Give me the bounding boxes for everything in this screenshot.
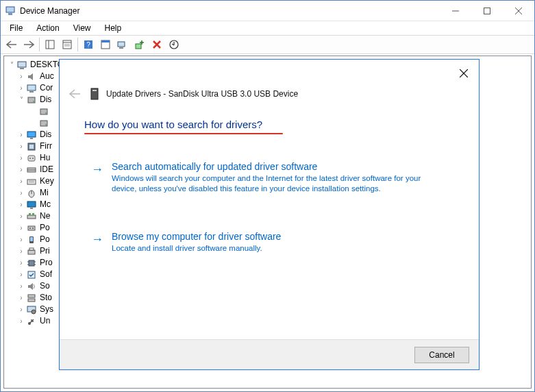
expander-closed-icon[interactable]: ›: [16, 187, 26, 199]
svg-rect-45: [30, 208, 33, 209]
toolbar-separator: [77, 38, 78, 51]
svg-rect-63: [28, 299, 35, 302]
dialog-close-button[interactable]: [457, 66, 471, 80]
toolbar-separator: [39, 38, 40, 51]
menu-action[interactable]: Action: [30, 22, 65, 34]
properties-button[interactable]: [59, 37, 75, 52]
firmware-icon: [26, 141, 37, 152]
hid-icon: [26, 153, 37, 164]
svg-point-50: [29, 228, 31, 229]
svg-text:?: ?: [86, 41, 90, 49]
expander-closed-icon[interactable]: ›: [16, 82, 26, 94]
option-browse-computer[interactable]: → Browse my computer for driver software…: [91, 231, 447, 254]
expander-closed-icon[interactable]: ›: [16, 304, 26, 315]
ide-icon: [26, 164, 37, 175]
svg-rect-0: [6, 7, 14, 12]
expander-closed-icon[interactable]: ›: [16, 269, 26, 280]
svg-rect-61: [28, 271, 35, 278]
computer-icon: [26, 83, 37, 94]
monitor-icon: [26, 199, 37, 210]
expander-closed-icon[interactable]: ›: [16, 280, 26, 292]
svg-point-36: [32, 158, 34, 159]
menu-view[interactable]: View: [67, 22, 97, 34]
expander-closed-icon[interactable]: ›: [16, 234, 26, 245]
help-button[interactable]: ?: [80, 37, 97, 52]
forward-button[interactable]: [21, 37, 37, 52]
show-hide-tree-button[interactable]: [42, 37, 58, 52]
svg-rect-55: [29, 248, 34, 250]
svg-rect-17: [119, 47, 123, 49]
expander-closed-icon[interactable]: ›: [16, 175, 26, 187]
window-title: Device Manager: [20, 6, 79, 16]
svg-rect-23: [29, 91, 34, 93]
maximize-button[interactable]: [471, 1, 503, 21]
tree-category-label: Auc: [40, 71, 54, 82]
action-button[interactable]: [97, 37, 114, 52]
expander-closed-icon[interactable]: ›: [16, 315, 26, 327]
arrow-right-icon: →: [91, 162, 103, 177]
expander-icon[interactable]: ˅: [7, 59, 16, 71]
menu-help[interactable]: Help: [99, 22, 128, 34]
app-icon: [5, 5, 16, 16]
expander-closed-icon[interactable]: ›: [16, 210, 26, 222]
disk-drive-icon: [38, 118, 49, 129]
software-icon: [26, 269, 37, 280]
svg-rect-44: [27, 201, 36, 207]
tree-category-label: Pri: [40, 245, 50, 257]
expander-closed-icon[interactable]: ›: [16, 245, 26, 257]
sound-icon: [26, 281, 37, 292]
uninstall-button[interactable]: [149, 37, 165, 52]
expander-closed-icon[interactable]: ›: [16, 71, 26, 82]
option-title: Browse my computer for driver software: [112, 231, 447, 242]
disk-drive-icon: [38, 106, 49, 117]
svg-rect-6: [46, 40, 54, 49]
update-driver-button[interactable]: [166, 37, 182, 52]
svg-point-25: [33, 101, 34, 102]
svg-point-35: [29, 158, 31, 159]
svg-rect-70: [92, 90, 97, 91]
expander-closed-icon[interactable]: ›: [16, 222, 26, 234]
arrow-right-icon: →: [91, 232, 103, 247]
tree-category-label: Un: [40, 315, 50, 327]
svg-rect-18: [136, 44, 141, 49]
expander-closed-icon[interactable]: ›: [16, 152, 26, 164]
expander-closed-icon[interactable]: ›: [16, 164, 26, 175]
titlebar: Device Manager: [1, 1, 534, 21]
option-description: Locate and install driver software manua…: [112, 243, 447, 254]
scan-button[interactable]: [114, 37, 131, 52]
annotation-underline: [84, 133, 283, 134]
svg-rect-20: [18, 62, 26, 67]
add-hardware-button[interactable]: [132, 37, 148, 52]
back-button[interactable]: [3, 37, 20, 52]
cancel-button[interactable]: Cancel: [414, 347, 469, 363]
svg-rect-48: [32, 213, 34, 215]
expander-closed-icon[interactable]: ›: [16, 199, 26, 210]
expander-closed-icon[interactable]: ›: [16, 292, 26, 304]
tree-category-label: So: [40, 280, 50, 292]
svg-rect-46: [27, 215, 36, 219]
svg-rect-31: [30, 138, 33, 139]
option-description: Windows will search your computer and th…: [112, 173, 447, 194]
svg-rect-21: [20, 68, 24, 69]
option-title: Search automatically for updated driver …: [112, 161, 447, 172]
tree-category-label: Key: [40, 175, 54, 187]
expander-closed-icon[interactable]: ›: [16, 257, 26, 269]
tree-category-label: Sto: [40, 292, 52, 304]
expander-open-icon[interactable]: ˅: [16, 94, 26, 106]
option-search-automatically[interactable]: → Search automatically for updated drive…: [91, 161, 447, 194]
tree-category-label: Cor: [40, 82, 53, 94]
storage-icon: [26, 293, 37, 304]
audio-icon: [26, 71, 37, 82]
usb-icon: [26, 316, 37, 327]
svg-rect-33: [29, 145, 34, 149]
expander-closed-icon[interactable]: ›: [16, 129, 26, 140]
menu-file[interactable]: File: [3, 22, 29, 34]
tree-category-label: Pro: [40, 257, 53, 269]
dialog-prompt: How do you want to search for drivers?: [84, 119, 262, 130]
minimize-button[interactable]: [440, 1, 471, 21]
close-button[interactable]: [503, 1, 534, 21]
expander-closed-icon[interactable]: ›: [16, 140, 26, 152]
network-icon: [26, 211, 37, 222]
svg-rect-1: [8, 13, 12, 15]
tree-category-label: Mi: [40, 187, 49, 199]
